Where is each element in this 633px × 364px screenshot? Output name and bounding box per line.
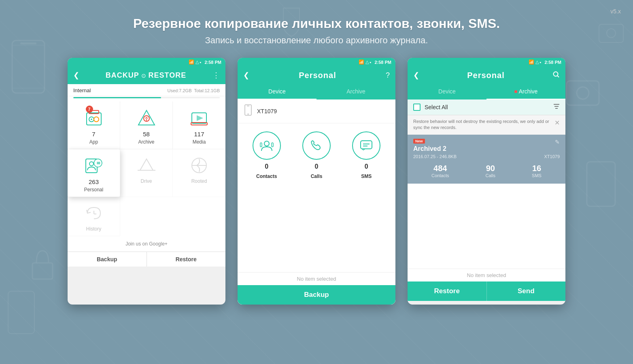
storage-info: Internal Used:7.2GB Total:12.1GB [68,84,225,96]
select-all-text: Select All [425,104,549,110]
personal-title-2: Personal [253,71,382,80]
status-bar-1: 📶 △ ▪ 2:58 PM [68,58,225,66]
sms-icon [352,131,380,160]
svg-rect-35 [361,141,372,149]
back-button-2[interactable]: ❮ [243,71,249,80]
archive-icon [136,107,157,128]
stat-sms-label: SMS [532,173,542,178]
icon-cell-rooted[interactable]: Rooted [173,149,225,197]
device-phone-icon [244,104,252,118]
calls-icon [302,131,331,160]
media-label: Media [193,139,206,145]
calls-label: Calls [311,174,323,179]
tab-device-3[interactable]: Device [408,84,486,99]
battery-icon: ▪ [200,60,202,65]
info-banner: Restore behavior will not destroy the ex… [408,115,565,135]
backup-sms[interactable]: 0 SMS [352,131,380,179]
archive-count: 58 [143,131,150,138]
app-badge: 7 [86,106,93,113]
tab-bar-2: Device Archive [238,84,395,99]
google-plus-link[interactable]: Join us on Google+ [68,236,225,252]
storage-progress-bar [68,96,225,102]
rooted-label: Rooted [191,178,207,184]
action-bottom-3: Restore Send [408,281,565,301]
no-item-selected-2: No item selected [238,272,395,285]
main-title: Резервное копирование личных контактов, … [0,16,633,31]
icon-cell-history[interactable]: History [68,197,120,236]
icon-cell-drive[interactable]: Drive [120,149,173,197]
stat-contacts-label: Contacts [431,173,449,178]
archive-card[interactable]: New ✎ Archived 2 2016.07.25 - 246.8KB XT… [408,135,565,184]
tab-device-2[interactable]: Device [238,84,316,99]
icon-cell-personal[interactable]: ✉ 263 Personal [68,149,120,197]
status-icons-2: 📶 △ ▪ [359,59,372,65]
media-icon [189,107,210,128]
help-button[interactable]: ? [386,71,390,80]
restore-tab[interactable]: Restore [147,252,226,267]
bottom-tabs-1: Backup Restore [68,252,225,267]
select-all-checkbox[interactable] [413,104,421,111]
edit-icon[interactable]: ✎ [555,139,560,145]
device-row: XT1079 [238,99,395,123]
toolbar-3: ❮ Personal [408,66,565,84]
stat-calls-num: 90 [486,164,495,173]
signal-icon-2: △ [365,59,369,65]
wifi-icon: 📶 [189,59,194,65]
sms-label: SMS [361,174,372,179]
phone-3: 📶 △ ▪ 2:58 PM ❮ Personal Device Archive [408,58,565,305]
wifi-icon-2: 📶 [359,59,364,65]
new-badge: New [413,139,425,144]
search-button[interactable] [552,71,560,80]
tab-archive-3[interactable]: Archive [486,84,565,99]
select-all-row[interactable]: Select All [408,99,565,115]
backup-button[interactable]: Backup [238,285,395,305]
storage-usage: Used:7.2GB Total:12.1GB [168,88,220,93]
contacts-icon [253,131,281,160]
contacts-label: Contacts [256,174,277,179]
send-button[interactable]: Send [487,281,566,301]
backup-tab[interactable]: Backup [68,252,147,267]
backup-calls[interactable]: 0 Calls [302,131,331,179]
more-button[interactable]: ⋮ [212,71,220,80]
sms-count: 0 [365,163,368,170]
icon-cell-media[interactable]: 117 Media [173,102,225,149]
backup-items: 0 Contacts 0 Calls [238,123,395,183]
time-3: 2:58 PM [544,60,561,65]
archive-date: 2016.07.25 - 246.8KB [413,154,457,159]
backup-contacts[interactable]: 0 Contacts [253,131,281,179]
share-button[interactable]: ❮ [73,71,79,80]
version-label: v5.x [610,8,621,15]
stat-sms-num: 16 [532,164,542,173]
status-bar-2: 📶 △ ▪ 2:58 PM [238,58,395,66]
stat-sms: 16 SMS [532,164,542,178]
back-button-3[interactable]: ❮ [413,71,419,80]
stat-contacts: 484 Contacts [431,164,449,178]
wifi-icon-3: 📶 [529,59,534,65]
personal-icon: ✉ [83,155,104,176]
app-count: 7 [92,131,95,138]
no-item-selected-3: No item selected [408,269,565,281]
svg-point-14 [94,117,99,122]
icon-cell-app[interactable]: 7 7 App [68,102,120,149]
filter-icon[interactable] [553,104,560,111]
info-text: Restore behavior will not destroy the ex… [413,119,551,131]
stat-contacts-num: 484 [431,164,449,173]
archive-meta: 2016.07.25 - 246.8KB XT1079 [413,154,560,159]
media-count: 117 [194,131,204,138]
history-icon [83,203,104,224]
archive-device: XT1079 [544,154,560,159]
archive-stats: 484 Contacts 90 Calls 16 SMS [413,164,560,178]
archive-label: Archive [138,139,154,145]
svg-rect-33 [260,143,262,147]
restore-button[interactable]: Restore [408,281,487,301]
history-label: History [86,226,101,232]
calls-count: 0 [315,163,319,170]
close-banner-button[interactable]: ✕ [554,119,560,127]
icon-cell-archive[interactable]: 58 Archive [120,102,173,149]
svg-text:✉: ✉ [97,161,100,165]
tab-archive-2[interactable]: Archive [316,84,395,99]
svg-line-39 [557,76,559,77]
phone-body-3: Select All Restore behavior will not des… [408,99,565,269]
svg-point-32 [264,141,269,146]
time-2: 2:58 PM [374,60,391,65]
